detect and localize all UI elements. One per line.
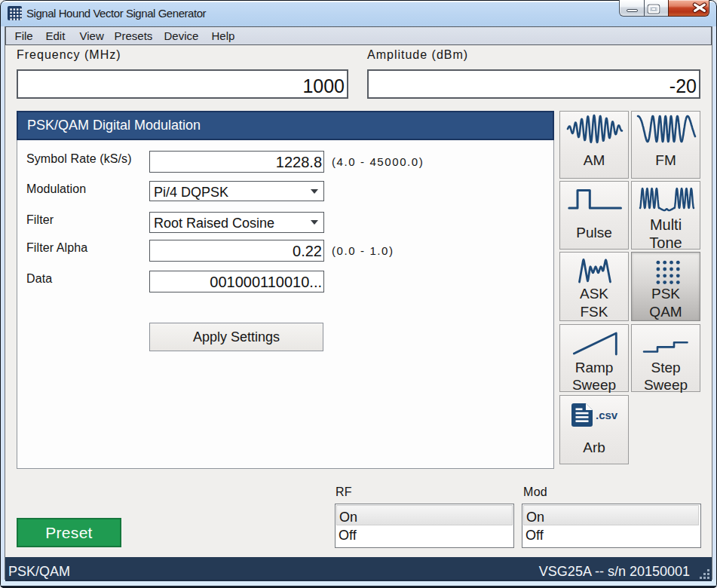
svg-text:.csv: .csv (596, 409, 618, 421)
